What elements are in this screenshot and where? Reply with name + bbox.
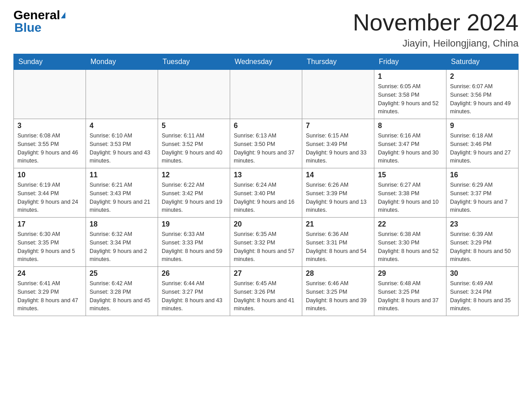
day-number: 4 (90, 122, 154, 130)
title-section: November 2024 Jiayin, Heilongjiang, Chin… (353, 9, 519, 49)
calendar-cell (302, 70, 374, 119)
day-info: Sunrise: 6:41 AMSunset: 3:29 PMDaylight:… (17, 279, 82, 313)
calendar-cell: 19Sunrise: 6:33 AMSunset: 3:33 PMDayligh… (158, 218, 230, 267)
calendar-header-tuesday: Tuesday (158, 54, 230, 70)
calendar-cell: 7Sunrise: 6:15 AMSunset: 3:49 PMDaylight… (302, 119, 374, 168)
day-info: Sunrise: 6:18 AMSunset: 3:46 PMDaylight:… (450, 132, 515, 165)
calendar-cell: 30Sunrise: 6:49 AMSunset: 3:24 PMDayligh… (446, 267, 519, 316)
day-number: 21 (306, 220, 370, 228)
week-row-3: 17Sunrise: 6:30 AMSunset: 3:35 PMDayligh… (14, 218, 519, 267)
day-number: 16 (450, 171, 515, 179)
day-number: 11 (90, 171, 154, 179)
day-info: Sunrise: 6:10 AMSunset: 3:53 PMDaylight:… (90, 132, 154, 165)
day-number: 7 (306, 122, 370, 130)
day-info: Sunrise: 6:19 AMSunset: 3:44 PMDaylight:… (17, 181, 82, 214)
calendar-cell: 17Sunrise: 6:30 AMSunset: 3:35 PMDayligh… (14, 218, 86, 267)
calendar-cell: 29Sunrise: 6:48 AMSunset: 3:25 PMDayligh… (374, 267, 446, 316)
calendar-cell: 16Sunrise: 6:29 AMSunset: 3:37 PMDayligh… (446, 168, 519, 218)
calendar-cell: 27Sunrise: 6:45 AMSunset: 3:26 PMDayligh… (230, 267, 302, 316)
calendar-header-thursday: Thursday (302, 54, 374, 70)
logo-blue-text: Blue (14, 21, 42, 34)
day-info: Sunrise: 6:46 AMSunset: 3:25 PMDaylight:… (306, 279, 370, 313)
logo-triangle-icon (61, 12, 65, 18)
calendar-cell: 20Sunrise: 6:35 AMSunset: 3:32 PMDayligh… (230, 218, 302, 267)
calendar-header-saturday: Saturday (446, 54, 519, 70)
day-info: Sunrise: 6:35 AMSunset: 3:32 PMDaylight:… (234, 230, 298, 264)
day-number: 6 (234, 122, 298, 130)
day-number: 20 (234, 220, 298, 228)
calendar-table: SundayMondayTuesdayWednesdayThursdayFrid… (13, 54, 519, 316)
day-info: Sunrise: 6:39 AMSunset: 3:29 PMDaylight:… (450, 230, 515, 264)
day-info: Sunrise: 6:13 AMSunset: 3:50 PMDaylight:… (234, 132, 298, 165)
calendar-cell: 26Sunrise: 6:44 AMSunset: 3:27 PMDayligh… (158, 267, 230, 316)
day-number: 29 (378, 270, 442, 278)
day-info: Sunrise: 6:38 AMSunset: 3:30 PMDaylight:… (378, 230, 442, 264)
week-row-0: 1Sunrise: 6:05 AMSunset: 3:58 PMDaylight… (14, 70, 519, 119)
day-number: 15 (378, 171, 442, 179)
day-number: 9 (450, 122, 515, 130)
day-info: Sunrise: 6:22 AMSunset: 3:42 PMDaylight:… (162, 181, 226, 214)
day-number: 23 (450, 220, 515, 228)
day-info: Sunrise: 6:42 AMSunset: 3:28 PMDaylight:… (90, 279, 154, 313)
day-info: Sunrise: 6:49 AMSunset: 3:24 PMDaylight:… (450, 279, 515, 313)
day-info: Sunrise: 6:11 AMSunset: 3:52 PMDaylight:… (162, 132, 226, 165)
day-info: Sunrise: 6:24 AMSunset: 3:40 PMDaylight:… (234, 181, 298, 214)
day-info: Sunrise: 6:21 AMSunset: 3:43 PMDaylight:… (90, 181, 154, 214)
day-number: 8 (378, 122, 442, 130)
calendar-cell: 12Sunrise: 6:22 AMSunset: 3:42 PMDayligh… (158, 168, 230, 218)
calendar-cell: 5Sunrise: 6:11 AMSunset: 3:52 PMDaylight… (158, 119, 230, 168)
day-number: 13 (234, 171, 298, 179)
day-number: 5 (162, 122, 226, 130)
calendar-cell: 9Sunrise: 6:18 AMSunset: 3:46 PMDaylight… (446, 119, 519, 168)
day-info: Sunrise: 6:05 AMSunset: 3:58 PMDaylight:… (378, 82, 442, 116)
calendar-cell: 6Sunrise: 6:13 AMSunset: 3:50 PMDaylight… (230, 119, 302, 168)
calendar-cell: 15Sunrise: 6:27 AMSunset: 3:38 PMDayligh… (374, 168, 446, 218)
week-row-1: 3Sunrise: 6:08 AMSunset: 3:55 PMDaylight… (14, 119, 519, 168)
day-number: 26 (162, 270, 226, 278)
logo: General Blue (13, 9, 65, 34)
calendar-cell: 3Sunrise: 6:08 AMSunset: 3:55 PMDaylight… (14, 119, 86, 168)
day-info: Sunrise: 6:33 AMSunset: 3:33 PMDaylight:… (162, 230, 226, 264)
calendar-header-friday: Friday (374, 54, 446, 70)
day-number: 28 (306, 270, 370, 278)
week-row-4: 24Sunrise: 6:41 AMSunset: 3:29 PMDayligh… (14, 267, 519, 316)
calendar-cell: 10Sunrise: 6:19 AMSunset: 3:44 PMDayligh… (14, 168, 86, 218)
day-info: Sunrise: 6:48 AMSunset: 3:25 PMDaylight:… (378, 279, 442, 313)
calendar-cell: 25Sunrise: 6:42 AMSunset: 3:28 PMDayligh… (86, 267, 158, 316)
calendar-cell: 28Sunrise: 6:46 AMSunset: 3:25 PMDayligh… (302, 267, 374, 316)
day-number: 17 (17, 220, 82, 228)
logo-general-text: General (13, 9, 60, 21)
day-number: 12 (162, 171, 226, 179)
calendar-cell: 21Sunrise: 6:36 AMSunset: 3:31 PMDayligh… (302, 218, 374, 267)
day-number: 14 (306, 171, 370, 179)
day-info: Sunrise: 6:36 AMSunset: 3:31 PMDaylight:… (306, 230, 370, 264)
day-info: Sunrise: 6:07 AMSunset: 3:56 PMDaylight:… (450, 82, 515, 116)
week-row-2: 10Sunrise: 6:19 AMSunset: 3:44 PMDayligh… (14, 168, 519, 218)
day-number: 10 (17, 171, 82, 179)
calendar-header-wednesday: Wednesday (230, 54, 302, 70)
day-number: 2 (450, 73, 515, 81)
calendar-cell: 14Sunrise: 6:26 AMSunset: 3:39 PMDayligh… (302, 168, 374, 218)
calendar-cell: 8Sunrise: 6:16 AMSunset: 3:47 PMDaylight… (374, 119, 446, 168)
day-info: Sunrise: 6:26 AMSunset: 3:39 PMDaylight:… (306, 181, 370, 214)
calendar-cell: 2Sunrise: 6:07 AMSunset: 3:56 PMDaylight… (446, 70, 519, 119)
day-info: Sunrise: 6:29 AMSunset: 3:37 PMDaylight:… (450, 181, 515, 214)
day-info: Sunrise: 6:44 AMSunset: 3:27 PMDaylight:… (162, 279, 226, 313)
calendar-cell: 23Sunrise: 6:39 AMSunset: 3:29 PMDayligh… (446, 218, 519, 267)
day-number: 30 (450, 270, 515, 278)
day-number: 18 (90, 220, 154, 228)
calendar-cell: 18Sunrise: 6:32 AMSunset: 3:34 PMDayligh… (86, 218, 158, 267)
calendar-cell: 13Sunrise: 6:24 AMSunset: 3:40 PMDayligh… (230, 168, 302, 218)
day-info: Sunrise: 6:30 AMSunset: 3:35 PMDaylight:… (17, 230, 82, 264)
calendar-header-row: SundayMondayTuesdayWednesdayThursdayFrid… (14, 54, 519, 70)
calendar-header-sunday: Sunday (14, 54, 86, 70)
calendar-cell (158, 70, 230, 119)
day-number: 19 (162, 220, 226, 228)
day-info: Sunrise: 6:32 AMSunset: 3:34 PMDaylight:… (90, 230, 154, 264)
calendar-cell: 11Sunrise: 6:21 AMSunset: 3:43 PMDayligh… (86, 168, 158, 218)
calendar-cell (230, 70, 302, 119)
day-number: 1 (378, 73, 442, 81)
month-title: November 2024 (353, 9, 519, 36)
day-number: 22 (378, 220, 442, 228)
day-number: 25 (90, 270, 154, 278)
